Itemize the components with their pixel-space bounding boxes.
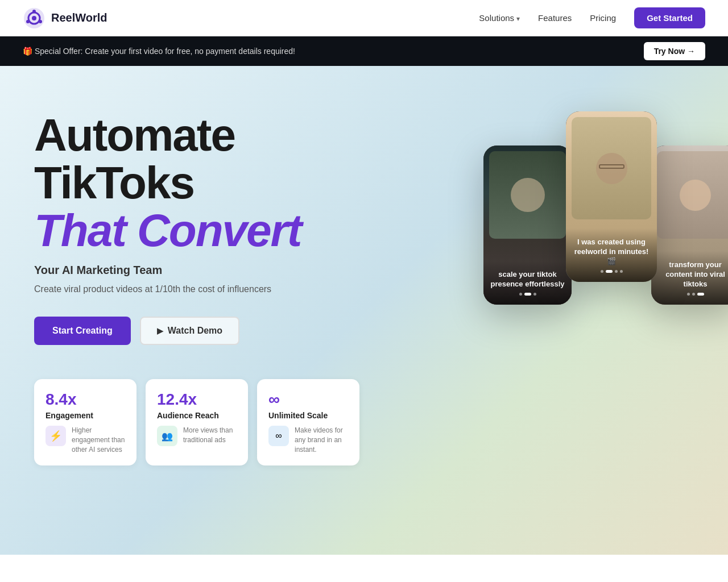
nav-pricing[interactable]: Pricing [590, 13, 616, 23]
stat-label-engagement: Engagement [46, 411, 125, 420]
start-creating-button[interactable]: Start Creating [34, 317, 131, 345]
stat-label-reach: Audience Reach [157, 411, 237, 420]
hero-phones: scale your tiktok presence effortlessly [483, 111, 728, 305]
svg-point-4 [39, 20, 42, 23]
stat-icon-reach: 👥 [157, 426, 177, 446]
phone-overlay-center: I was created using reelworld in minutes… [566, 228, 657, 282]
hero-section: Automate TikToks That Convert Your AI Ma… [0, 66, 728, 555]
stat-icon-scale: ∞ [268, 426, 289, 446]
stat-desc-scale: Make videos for any brand in an instant. [295, 426, 348, 454]
svg-point-2 [32, 16, 36, 20]
stat-value-scale: ∞ [268, 390, 348, 409]
stat-desc-engagement: Higher engagement than other AI services [72, 426, 125, 454]
hero-buttons: Start Creating ▶ Watch Demo [34, 317, 359, 345]
nav-features[interactable]: Features [538, 13, 572, 23]
phone-overlay-right: transform your content into viral tiktok… [651, 251, 728, 305]
stat-card-reach: 12.4x Audience Reach 👥 More views than t… [146, 379, 248, 465]
phone-overlay-left: scale your tiktok presence effortlessly [483, 261, 572, 305]
brand-name: ReelWorld [51, 11, 107, 24]
stats-row: 8.4x Engagement ⚡ Higher engagement than… [34, 379, 359, 465]
promo-banner: 🎁 Special Offer: Create your first video… [0, 36, 728, 66]
logo-icon [23, 7, 46, 30]
logo[interactable]: ReelWorld [23, 7, 107, 30]
hero-headline: Automate TikToks That Convert [34, 111, 359, 255]
phone-card-right: transform your content into viral tiktok… [651, 146, 728, 305]
svg-point-5 [26, 20, 30, 23]
stat-label-scale: Unlimited Scale [268, 411, 348, 420]
chevron-down-icon [516, 13, 520, 23]
stat-desc-reach: More views than traditional ads [183, 426, 237, 445]
banner-text: 🎁 Special Offer: Create your first video… [23, 47, 295, 56]
hero-description: Create viral product videos at 1/10th th… [34, 282, 284, 296]
navbar: ReelWorld Solutions Features Pricing Get… [0, 0, 728, 36]
play-icon: ▶ [157, 326, 163, 335]
hero-sub-title: Your AI Marketing Team [34, 264, 359, 277]
get-started-button[interactable]: Get Started [634, 7, 705, 28]
stat-value-engagement: 8.4x [46, 390, 125, 409]
svg-point-3 [32, 10, 36, 13]
stat-card-scale: ∞ Unlimited Scale ∞ Make videos for any … [257, 379, 359, 465]
stat-icon-engagement: ⚡ [46, 426, 66, 446]
nav-solutions[interactable]: Solutions [479, 13, 520, 23]
nav-links: Solutions Features Pricing Get Started [479, 7, 705, 28]
stat-value-reach: 12.4x [157, 390, 237, 409]
stat-card-engagement: 8.4x Engagement ⚡ Higher engagement than… [34, 379, 136, 465]
try-now-button[interactable]: Try Now → [644, 42, 705, 60]
phone-card-center: I was created using reelworld in minutes… [566, 111, 657, 282]
phone-card-left: scale your tiktok presence effortlessly [483, 146, 572, 305]
watch-demo-button[interactable]: ▶ Watch Demo [140, 317, 239, 345]
hero-content: Automate TikToks That Convert Your AI Ma… [34, 111, 359, 465]
